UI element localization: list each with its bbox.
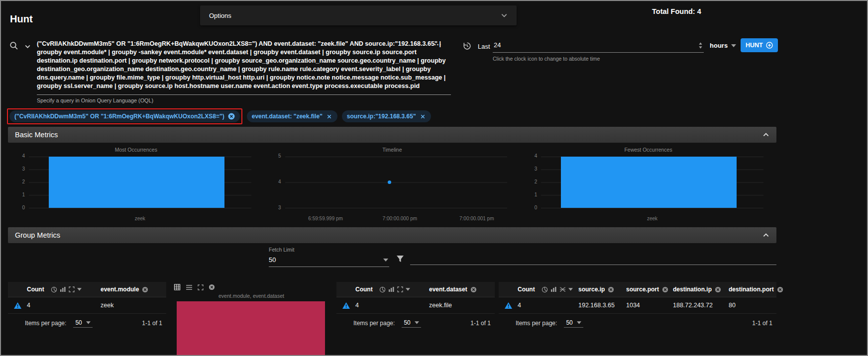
bar-zeek[interactable] xyxy=(49,157,224,208)
column-header-label[interactable]: destination.port xyxy=(729,286,774,293)
column-header-cell: event.dataset xyxy=(429,286,495,293)
pie-chart-icon[interactable] xyxy=(542,286,548,293)
count-header-label[interactable]: Count xyxy=(518,286,535,293)
bar-chart-icon[interactable] xyxy=(60,286,66,292)
query-more-button[interactable]: ... xyxy=(431,38,445,47)
group-metrics-header[interactable]: Group Metrics xyxy=(8,227,776,243)
y-tick: 5 xyxy=(278,154,281,159)
y-tick: 2 xyxy=(22,179,25,184)
column-header-label[interactable]: event.dataset xyxy=(429,286,467,293)
y-tick: 3 xyxy=(22,167,25,172)
query-input[interactable]: ("CvRIIAKhkDDwmM3m5" OR "1:6RmOegRK+BqWa… xyxy=(37,40,451,95)
remove-column-icon[interactable] xyxy=(777,286,783,293)
column-header-label[interactable]: event.module xyxy=(101,286,139,293)
time-range-input[interactable]: 24 xyxy=(493,39,704,53)
filter-chip-id[interactable]: ("CvRIIAKhkDDwmM3m5" OR "1:6RmOegRK+BqWa… xyxy=(9,110,240,122)
count-header-label[interactable]: Count xyxy=(27,286,44,293)
chart-title: Timeline xyxy=(264,144,521,153)
table-row[interactable]: 4 zeek.file xyxy=(336,297,495,314)
filter-icon[interactable] xyxy=(396,255,404,263)
page-size-select[interactable]: 50 xyxy=(73,318,92,328)
bar-chart-icon[interactable] xyxy=(550,286,557,292)
bar-zeek[interactable] xyxy=(561,157,737,208)
table-header-row: Count source.ip source.port destination.… xyxy=(499,282,776,297)
maximize-icon[interactable] xyxy=(69,286,75,292)
remove-column-icon[interactable] xyxy=(715,286,721,293)
count-value: 4 xyxy=(518,302,578,309)
history-icon[interactable] xyxy=(463,42,471,50)
field-value: 1034 xyxy=(626,302,673,309)
chart-timeline: Timeline 5 4 3 6:59:59.999 pm 7:00:00.00… xyxy=(264,144,521,225)
sankey-icon[interactable] xyxy=(559,286,566,292)
items-per-page-label: Items per page: xyxy=(353,320,395,327)
table-pagination: Items per page: 50 1-1 of 1 xyxy=(336,314,495,332)
maximize-icon[interactable] xyxy=(198,284,204,290)
plot-area xyxy=(541,157,763,208)
y-tick: 1 xyxy=(535,192,538,197)
caret-down-icon[interactable] xyxy=(406,288,410,291)
chevron-up-icon[interactable] xyxy=(762,232,769,239)
sankey-node-bar[interactable] xyxy=(177,301,325,356)
y-tick: 1 xyxy=(22,192,25,197)
list-view-icon[interactable] xyxy=(186,284,193,290)
table-row[interactable]: 4 zeek xyxy=(8,297,166,314)
group-filter-input[interactable] xyxy=(410,265,776,266)
caret-down-icon[interactable] xyxy=(77,288,82,291)
column-header-label[interactable]: source.port xyxy=(626,286,659,293)
remove-column-icon[interactable] xyxy=(470,286,477,293)
filter-chip-source-ip[interactable]: source.ip:"192.168.3.65" xyxy=(342,110,431,122)
group-metrics-title: Group Metrics xyxy=(15,231,60,239)
warning-triangle-icon[interactable] xyxy=(13,302,22,309)
remove-column-icon[interactable] xyxy=(662,286,668,293)
basic-metrics-title: Basic Metrics xyxy=(15,131,58,139)
pie-chart-icon[interactable] xyxy=(51,286,57,293)
filter-chip-dataset[interactable]: event.dataset: "zeek.file" xyxy=(247,110,337,122)
remove-column-icon[interactable] xyxy=(608,286,614,293)
table-row[interactable]: 4 192.168.3.65 1034 188.72.243.72 80 xyxy=(499,297,776,314)
query-text[interactable]: ("CvRIIAKhkDDwmM3m5" OR "1:6RmOegRK+BqWa… xyxy=(37,40,451,90)
table-header-row: Count event.module xyxy=(8,282,166,297)
timeline-point[interactable] xyxy=(388,180,391,184)
remove-column-icon[interactable] xyxy=(142,286,148,293)
sankey-title: event.module, event.dataset xyxy=(173,293,330,299)
highlighted-filter-annotation: ("CvRIIAKhkDDwmM3m5" OR "1:6RmOegRK+BqWa… xyxy=(7,108,242,124)
caret-down-icon[interactable] xyxy=(568,288,573,291)
time-unit-select[interactable]: hours xyxy=(710,42,736,49)
count-header-cell: Count xyxy=(27,286,101,293)
y-tick: 4 xyxy=(22,154,25,159)
x-tick: 7:00:00.000 pm xyxy=(383,216,418,221)
options-panel-toggle[interactable]: Options xyxy=(200,5,517,25)
sankey-panel: event.module, event.dataset xyxy=(173,282,330,356)
column-header-cell: destination.port xyxy=(729,286,783,293)
basic-metrics-header[interactable]: Basic Metrics xyxy=(8,127,776,143)
warning-triangle-icon[interactable] xyxy=(504,302,513,309)
remove-filter-icon[interactable] xyxy=(228,113,235,120)
y-tick: 0 xyxy=(535,205,538,210)
fetch-limit-field: Fetch Limit 50 xyxy=(269,247,389,267)
bar-chart-icon[interactable] xyxy=(388,286,395,292)
maximize-icon[interactable] xyxy=(397,286,403,292)
time-range-value[interactable]: 24 xyxy=(494,41,501,49)
hunt-button-label: HUNT xyxy=(746,42,763,49)
column-header-label[interactable]: destination.ip xyxy=(673,286,712,293)
number-spinner-icon[interactable] xyxy=(698,42,703,49)
time-unit-value: hours xyxy=(710,42,728,49)
column-header-label[interactable]: source.ip xyxy=(578,286,605,293)
plot-area xyxy=(29,157,251,208)
query-presets-caret-icon[interactable] xyxy=(24,43,31,50)
chart-fewest-occurrences: Fewest Occurrences 4 3 2 1 0 zeek xyxy=(520,144,776,225)
fetch-limit-select[interactable]: 50 xyxy=(269,254,389,267)
warning-triangle-icon[interactable] xyxy=(342,302,350,309)
y-tick: 4 xyxy=(535,154,538,159)
hunt-button[interactable]: HUNT xyxy=(741,38,778,52)
remove-filter-icon[interactable] xyxy=(420,113,426,120)
page-size-select[interactable]: 50 xyxy=(564,318,583,328)
remove-filter-icon[interactable] xyxy=(326,113,332,120)
page-title: Hunt xyxy=(10,13,33,25)
pie-chart-icon[interactable] xyxy=(379,286,386,293)
chevron-up-icon[interactable] xyxy=(762,131,769,138)
close-circle-icon[interactable] xyxy=(209,284,215,290)
grid-view-icon[interactable] xyxy=(174,284,181,290)
page-size-select[interactable]: 50 xyxy=(402,318,421,328)
count-header-label[interactable]: Count xyxy=(355,286,373,293)
